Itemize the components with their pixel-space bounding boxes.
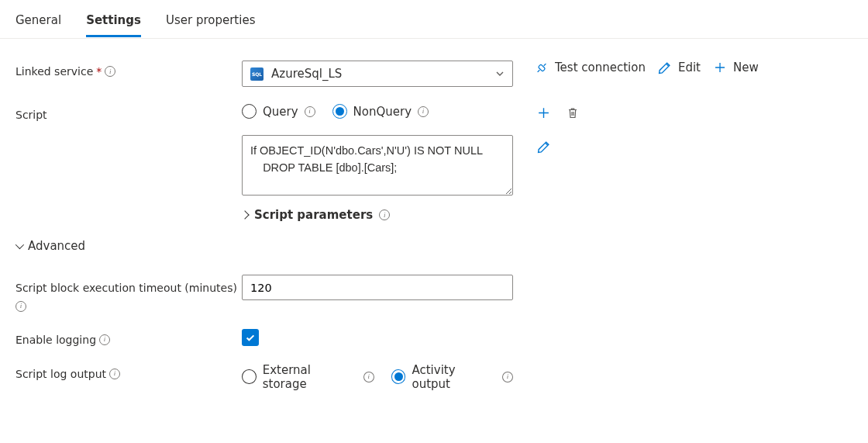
linked-service-label: Linked service — [16, 65, 93, 78]
advanced-toggle[interactable]: Advanced — [16, 239, 85, 253]
test-connection-button[interactable]: Test connection — [535, 61, 646, 74]
new-button[interactable]: New — [713, 61, 759, 74]
delete-script-button[interactable] — [564, 104, 581, 121]
radio-icon — [332, 104, 347, 119]
sql-icon — [250, 67, 264, 81]
enable-logging-label: Enable logging — [16, 334, 96, 346]
info-icon[interactable]: i — [109, 369, 120, 379]
script-label: Script — [16, 109, 47, 121]
info-icon[interactable]: i — [105, 66, 115, 77]
tab-general[interactable]: General — [16, 2, 61, 36]
chevron-right-icon — [240, 210, 249, 219]
edit-button[interactable]: Edit — [658, 61, 701, 74]
radio-external-storage[interactable]: External storage i — [242, 363, 374, 391]
info-icon[interactable]: i — [16, 301, 26, 312]
edit-script-button[interactable] — [535, 138, 552, 155]
chevron-down-icon — [495, 69, 505, 78]
pencil-icon — [658, 61, 672, 74]
test-connection-icon — [535, 61, 549, 74]
required-asterisk: * — [96, 65, 102, 78]
pencil-icon — [537, 140, 550, 154]
info-icon[interactable]: i — [363, 372, 374, 382]
radio-icon — [391, 369, 406, 384]
tab-settings[interactable]: Settings — [86, 2, 141, 36]
add-script-button[interactable] — [535, 104, 552, 121]
radio-query[interactable]: Query i — [242, 104, 315, 119]
plus-icon — [537, 106, 550, 119]
info-icon[interactable]: i — [99, 334, 110, 345]
script-log-output-label: Script log output — [16, 368, 106, 380]
radio-activity-output[interactable]: Activity output i — [391, 363, 513, 391]
tab-user-properties[interactable]: User properties — [166, 2, 256, 36]
radio-icon — [242, 369, 257, 384]
chevron-down-icon — [16, 241, 24, 249]
script-textarea[interactable]: If OBJECT_ID(N'dbo.Cars',N'U') IS NOT NU… — [242, 135, 513, 196]
trash-icon — [567, 106, 579, 119]
info-icon[interactable]: i — [502, 372, 513, 382]
script-timeout-input[interactable] — [242, 275, 513, 300]
linked-service-dropdown[interactable]: AzureSql_LS — [242, 61, 513, 87]
radio-nonquery[interactable]: NonQuery i — [332, 104, 429, 119]
info-icon[interactable]: i — [305, 106, 315, 117]
check-icon — [245, 332, 256, 343]
tab-bar: General Settings User properties — [0, 0, 868, 39]
plus-icon — [713, 61, 727, 74]
script-timeout-label: Script block execution timeout (minutes) — [16, 279, 237, 298]
enable-logging-checkbox[interactable] — [242, 329, 259, 346]
linked-service-value: AzureSql_LS — [271, 67, 487, 81]
script-parameters-toggle[interactable]: Script parameters i — [242, 208, 390, 222]
info-icon[interactable]: i — [418, 106, 429, 117]
radio-icon — [242, 104, 257, 119]
info-icon[interactable]: i — [379, 209, 390, 220]
